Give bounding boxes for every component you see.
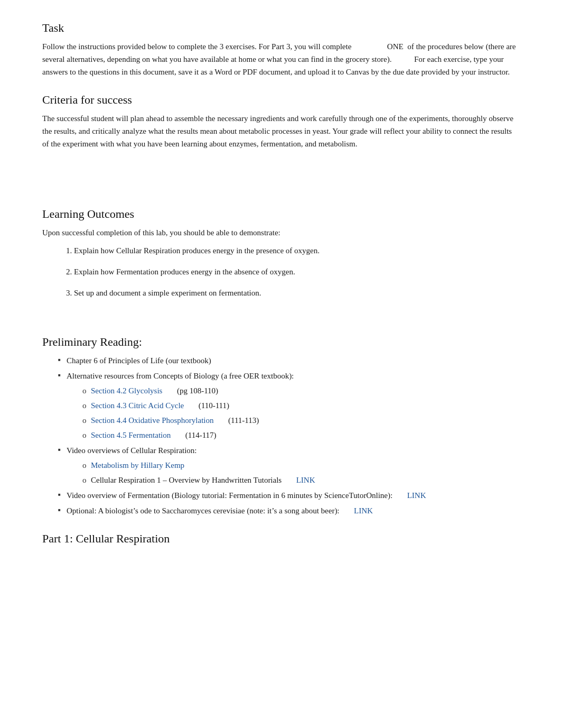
optional-song-link[interactable]: LINK — [354, 506, 373, 515]
spacer3 — [42, 314, 519, 335]
list-item: Optional: A biologist’s ode to Saccharom… — [58, 504, 519, 517]
list-item: Explain how Fermentation produces energy… — [74, 265, 519, 278]
section-4-3-pages: (110-111) — [199, 401, 229, 410]
list-item: Cellular Respiration 1 – Overview by Han… — [82, 474, 519, 486]
metabolism-link[interactable]: Metabolism by Hillary Kemp — [91, 461, 184, 469]
fermentation-video-link[interactable]: LINK — [407, 491, 426, 500]
sub-reading-list: Section 4.2 Glycolysis (pg 108-110) Sect… — [67, 384, 519, 441]
preliminary-reading-section: Preliminary Reading: Chapter 6 of Princi… — [42, 335, 519, 517]
cellular-resp-text: Cellular Respiration 1 – Overview by Han… — [91, 476, 282, 484]
section-4-4-link[interactable]: Section 4.4 Oxidative Phosphorylation — [91, 416, 213, 425]
spacer2 — [42, 186, 519, 207]
list-item: Video overviews of Cellular Respiration:… — [58, 444, 519, 486]
section-4-5-link[interactable]: Section 4.5 Fermentation — [91, 431, 171, 439]
learning-outcomes-list: Explain how Cellular Respiration produce… — [42, 244, 519, 299]
list-item: Video overview of Fermentation (Biology … — [58, 489, 519, 502]
cellular-resp-link[interactable]: LINK — [296, 476, 315, 484]
list-item: Section 4.2 Glycolysis (pg 108-110) — [82, 384, 519, 397]
learning-outcomes-heading: Learning Outcomes — [42, 207, 519, 221]
section-4-2-link[interactable]: Section 4.2 Glycolysis — [91, 386, 162, 395]
learning-item-2: Explain how Fermentation produces energy… — [74, 268, 295, 276]
section-4-3-link[interactable]: Section 4.3 Citric Acid Cycle — [91, 401, 184, 410]
list-item: Section 4.5 Fermentation (114-117) — [82, 429, 519, 441]
learning-outcomes-section: Learning Outcomes Upon successful comple… — [42, 207, 519, 299]
bullet5-text: Optional: A biologist’s ode to Saccharom… — [67, 506, 340, 515]
list-item: Section 4.3 Citric Acid Cycle (110-111) — [82, 399, 519, 412]
section-4-5-pages: (114-117) — [185, 431, 217, 439]
task-section: Task Follow the instructions provided be… — [42, 21, 519, 78]
section-4-2-pages: (pg 108-110) — [177, 386, 218, 395]
list-item: Chapter 6 of Principles of Life (our tex… — [58, 354, 519, 367]
criteria-body: The successful student will plan ahead t… — [42, 112, 519, 150]
task-heading: Task — [42, 21, 519, 35]
video-list: Metabolism by Hillary Kemp Cellular Resp… — [67, 459, 519, 486]
bullet3-text: Video overviews of Cellular Respiration: — [67, 446, 197, 455]
bullet2-text: Alternative resources from Concepts of B… — [67, 372, 294, 380]
preliminary-reading-list: Chapter 6 of Principles of Life (our tex… — [42, 354, 519, 517]
task-body: Follow the instructions provided below t… — [42, 40, 519, 78]
part1-section: Part 1: Cellular Respiration — [42, 532, 519, 546]
section-4-4-pages: (111-113) — [228, 416, 259, 425]
list-item: Set up and document a simple experiment … — [74, 287, 519, 299]
learning-item-1: Explain how Cellular Respiration produce… — [74, 246, 320, 255]
criteria-section: Criteria for success The successful stud… — [42, 93, 519, 150]
learning-item-3: Set up and document a simple experiment … — [74, 289, 261, 297]
bullet1-text: Chapter 6 of Principles of Life (our tex… — [67, 356, 211, 365]
preliminary-reading-heading: Preliminary Reading: — [42, 335, 519, 349]
list-item: Section 4.4 Oxidative Phosphorylation (1… — [82, 414, 519, 427]
spacer1 — [42, 165, 519, 186]
criteria-heading: Criteria for success — [42, 93, 519, 107]
learning-outcomes-intro: Upon successful completion of this lab, … — [42, 226, 519, 239]
bullet4-text: Video overview of Fermentation (Biology … — [67, 491, 392, 500]
list-item: Alternative resources from Concepts of B… — [58, 370, 519, 441]
part1-heading: Part 1: Cellular Respiration — [42, 532, 519, 546]
list-item: Metabolism by Hillary Kemp — [82, 459, 519, 472]
list-item: Explain how Cellular Respiration produce… — [74, 244, 519, 257]
